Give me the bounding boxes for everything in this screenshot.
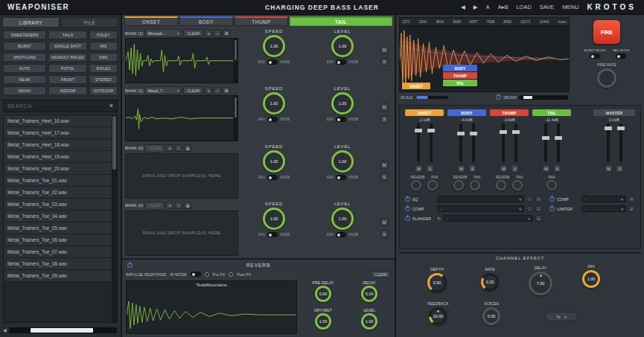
level-knob[interactable]: 1.00: [331, 150, 354, 173]
env-knob-toggle[interactable]: [336, 60, 346, 65]
tab-library[interactable]: LIBRARY: [2, 17, 60, 28]
scrollbar-thumb[interactable]: [112, 116, 116, 170]
reverb-clear-button[interactable]: CLEAR: [371, 271, 391, 278]
channel-header[interactable]: TAIL: [532, 109, 571, 116]
tab-tail[interactable]: TAIL: [290, 16, 392, 26]
category-button[interactable]: TAILS: [48, 31, 87, 39]
file-list-item[interactable]: Metal_Trainers_Toe_06.wav: [4, 234, 112, 246]
power-icon[interactable]: [405, 206, 410, 211]
fader[interactable]: [417, 123, 420, 162]
decay-knob[interactable]: 0.14: [361, 286, 377, 302]
fader[interactable]: [472, 123, 475, 162]
mute-button[interactable]: M: [380, 46, 389, 54]
category-button[interactable]: ASSAULT RIFLES: [48, 53, 87, 62]
fader[interactable]: [619, 123, 622, 162]
category-button[interactable]: MONO: [3, 86, 46, 95]
add-sample-icon[interactable]: +: [205, 87, 212, 94]
category-button[interactable]: SINGLE SHOT: [48, 42, 87, 51]
power-icon[interactable]: [405, 196, 410, 202]
clear-search-icon[interactable]: ×: [109, 103, 113, 109]
layer-thump-button[interactable]: THUMP: [443, 72, 477, 79]
fader-handle[interactable]: [427, 129, 435, 132]
category-button[interactable]: OUTDOOR: [89, 86, 118, 95]
file-list-item[interactable]: Metal_Trainers_Toe_05.wav: [4, 222, 112, 234]
fader[interactable]: [459, 123, 462, 162]
fx-dropdown[interactable]: - ▾: [581, 196, 626, 202]
ab-toggle-button[interactable]: A: [486, 4, 490, 10]
layer-onset-button[interactable]: ONSET: [402, 83, 430, 89]
solo-button[interactable]: S: [511, 164, 519, 173]
category-button[interactable]: RIFLES: [89, 64, 118, 73]
level-knob[interactable]: 1.00: [331, 92, 354, 115]
file-list-item[interactable]: Metal_Trainers_Toe_02.wav: [4, 187, 112, 199]
slider-thumb[interactable]: [523, 96, 532, 99]
ir-mode-toggle[interactable]: [191, 272, 201, 277]
mix-knob[interactable]: 1.00: [582, 270, 600, 288]
bank-sample-dropdown[interactable]: Microph... ▾: [144, 29, 182, 37]
drunk-slider[interactable]: [519, 95, 568, 100]
power-icon[interactable]: [496, 94, 501, 100]
category-button[interactable]: REAR: [3, 75, 46, 84]
mute-button[interactable]: M: [380, 218, 389, 226]
bank-clear-button[interactable]: CLEAR: [144, 144, 165, 153]
solo-button[interactable]: S: [380, 115, 389, 123]
save-button[interactable]: SAVE: [540, 4, 554, 10]
depth-knob[interactable]: 0.50: [427, 273, 447, 292]
bank-clear-button[interactable]: CLEAR: [183, 29, 203, 37]
env-knob-toggle[interactable]: [336, 232, 346, 237]
env-knob-toggle[interactable]: [267, 232, 278, 237]
drag-drop-zone[interactable]: DRAG AND DROP SAMPLE(S) HERE: [125, 211, 238, 256]
remove-fx-icon[interactable]: −: [535, 215, 542, 222]
file-list-item[interactable]: Metal_Trainers_Toe_07.wav: [4, 246, 112, 258]
gear-icon[interactable]: ⚙: [223, 87, 230, 94]
channel-header[interactable]: THUMP: [490, 109, 529, 116]
rate-knob[interactable]: 0.20: [481, 273, 499, 291]
pan-knob[interactable]: [470, 180, 480, 190]
search-input[interactable]: [7, 103, 106, 109]
fader-handle[interactable]: [512, 130, 520, 134]
layer-tail-button[interactable]: TAIL: [443, 80, 477, 86]
fader[interactable]: [502, 123, 505, 162]
file-list-item[interactable]: Metal_Trainers_Toe_09.wav: [4, 270, 112, 282]
fire-button[interactable]: FIRE: [593, 20, 620, 44]
waveform-scrollbar[interactable]: [234, 39, 237, 83]
remove-fx-icon[interactable]: −: [535, 196, 542, 202]
search-box[interactable]: ×: [3, 100, 118, 112]
drag-drop-zone[interactable]: DRAG AND DROP SAMPLE(S) HERE: [125, 153, 238, 199]
add-sample-icon[interactable]: +: [166, 144, 173, 152]
category-button[interactable]: INDOOR: [48, 86, 87, 95]
post-fx-radio[interactable]: [229, 272, 233, 277]
bank-waveform-display[interactable]: [125, 95, 238, 141]
env-knob-toggle[interactable]: [267, 175, 278, 180]
mute-button[interactable]: M: [415, 164, 423, 173]
category-button[interactable]: STEREO: [89, 75, 118, 84]
tab-body[interactable]: BODY: [179, 16, 233, 26]
bank-clear-button[interactable]: CLEAR: [144, 202, 165, 210]
fader[interactable]: [607, 123, 610, 162]
mute-button[interactable]: M: [500, 164, 508, 173]
add-sample-icon[interactable]: +: [205, 30, 212, 37]
tail-mode-toggle[interactable]: [616, 54, 626, 59]
fader-handle[interactable]: [617, 126, 625, 130]
fader-handle[interactable]: [457, 132, 465, 135]
category-button[interactable]: SMG: [89, 53, 118, 62]
load-button[interactable]: LOAD: [516, 4, 531, 10]
remove-fx-icon[interactable]: −: [535, 205, 542, 212]
remove-sample-icon[interactable]: −: [214, 30, 221, 37]
fx-dropdown[interactable]: - ▾: [437, 196, 524, 202]
fader-handle[interactable]: [500, 130, 507, 134]
pan-knob[interactable]: [512, 180, 523, 190]
file-list-item[interactable]: Metal_Trainers_Heel_18.wav: [4, 139, 112, 151]
fader-handle[interactable]: [605, 126, 612, 130]
fx-mini-knob[interactable]: [526, 196, 533, 202]
file-list-item[interactable]: Metal_Trainers_Toe_08.wav: [4, 258, 112, 270]
reverb-send-knob[interactable]: [453, 180, 464, 190]
scale-slider[interactable]: [415, 96, 448, 99]
prev-preset-icon[interactable]: ◀: [461, 4, 465, 10]
solo-button[interactable]: S: [468, 164, 476, 173]
remove-sample-icon[interactable]: −: [214, 87, 221, 94]
gear-icon[interactable]: ⚙: [184, 202, 191, 209]
speed-knob[interactable]: 1.00: [263, 92, 285, 115]
fx-dropdown[interactable]: - ▾: [443, 215, 533, 222]
file-list-item[interactable]: Metal_Trainers_Toe_04.wav: [4, 211, 112, 222]
